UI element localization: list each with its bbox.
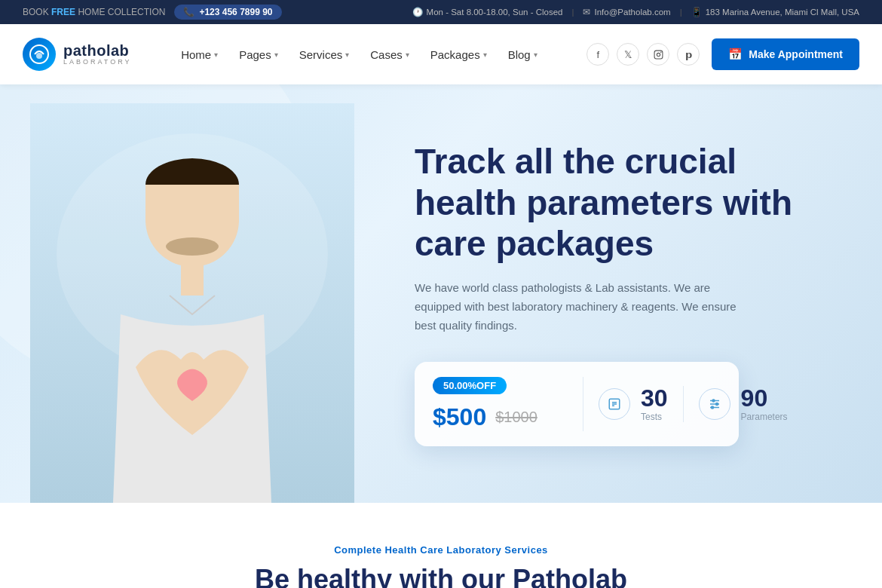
svg-point-23: [712, 400, 715, 402]
location-icon: 📱: [691, 7, 702, 17]
package-old-price: $1000: [495, 409, 537, 426]
package-badge: 50.00%OFF: [433, 377, 507, 394]
book-label: BOOK FREE HOME COLLECTION: [23, 7, 165, 17]
section-subtitle: Complete Health Care Laboratory Services: [23, 544, 859, 556]
svg-point-4: [660, 51, 662, 53]
svg-rect-13: [145, 185, 239, 222]
twitter-icon[interactable]: 𝕏: [617, 43, 639, 66]
parameters-number: 90: [741, 386, 788, 410]
hero-content: Track all the crucial health parameters …: [400, 96, 882, 491]
package-price-section: 50.00%OFF $500 $1000: [433, 377, 583, 431]
svg-point-25: [711, 406, 713, 409]
package-tests-stat: 30 Tests: [583, 386, 684, 422]
svg-point-24: [715, 403, 718, 405]
hero-description: We have world class pathologists & Lab a…: [415, 279, 739, 335]
parameters-icon: [699, 388, 730, 420]
top-bar-left: BOOK FREE HOME COLLECTION 📞 +123 456 789…: [23, 5, 282, 20]
svg-point-14: [166, 237, 219, 256]
phone-icon: 📞: [183, 7, 194, 17]
top-bar-right: 🕐 Mon - Sat 8.00-18.00, Sun - Closed | ✉…: [412, 7, 859, 17]
logo-text: patholab LABORATORY: [63, 42, 132, 66]
chevron-down-icon: ▾: [406, 51, 409, 59]
package-tests-info: 30 Tests: [641, 386, 668, 422]
logo-icon: [23, 38, 56, 71]
parameters-label: Parameters: [741, 412, 788, 422]
facebook-icon[interactable]: f: [586, 43, 609, 66]
hero-title: Track all the crucial health parameters …: [415, 141, 837, 264]
separator-1: |: [571, 8, 574, 17]
make-appointment-button[interactable]: 📅 Make Appointment: [712, 38, 859, 70]
hero-section: µ: [0, 84, 882, 503]
tests-icon: [599, 388, 630, 420]
address-info: 📱 183 Marina Avenue, Miami Cl Mall, USA: [691, 7, 859, 17]
nav-pages[interactable]: Pages ▾: [239, 48, 278, 61]
svg-point-1: [36, 53, 42, 59]
chevron-down-icon: ▾: [214, 51, 218, 59]
chevron-down-icon: ▾: [483, 51, 487, 59]
section-title: Be healthy with our Patholab health: [253, 563, 629, 588]
package-parameters-info: 90 Parameters: [741, 386, 788, 422]
tests-number: 30: [641, 386, 668, 410]
logo[interactable]: patholab LABORATORY: [23, 38, 132, 71]
calendar-icon: 📅: [728, 47, 743, 61]
chevron-down-icon: ▾: [274, 51, 278, 59]
package-parameters-stat: 90 Parameters: [684, 386, 803, 422]
nav-home[interactable]: Home ▾: [181, 48, 218, 61]
clock-icon: 🕐: [412, 7, 423, 17]
tests-label: Tests: [641, 412, 668, 422]
nav-blog[interactable]: Blog ▾: [508, 48, 537, 61]
pinterest-icon[interactable]: 𝗽: [677, 43, 700, 66]
email-icon: ✉: [583, 7, 590, 17]
nav-cases[interactable]: Cases ▾: [370, 48, 409, 61]
chevron-down-icon: ▾: [534, 51, 537, 59]
package-card: 50.00%OFF $500 $1000 30 Te: [415, 362, 739, 446]
email-info: ✉ Info@Patholab.com: [583, 7, 670, 17]
package-current-price: $500: [433, 403, 486, 431]
phone-number[interactable]: 📞 +123 456 7899 90: [174, 5, 281, 20]
hero-image-area: µ: [0, 84, 400, 503]
hero-person-image: [30, 103, 354, 503]
nav-right: f 𝕏 𝗽 📅 Make Appointment: [586, 38, 859, 70]
separator-2: |: [680, 8, 682, 17]
below-hero-section: Complete Health Care Laboratory Services…: [0, 503, 882, 588]
instagram-icon[interactable]: [647, 43, 669, 66]
package-price: $500 $1000: [433, 403, 568, 431]
nav-packages[interactable]: Packages ▾: [430, 48, 487, 61]
social-icons: f 𝕏 𝗽: [586, 43, 700, 66]
top-bar: BOOK FREE HOME COLLECTION 📞 +123 456 789…: [0, 0, 882, 24]
nav-links: Home ▾ Pages ▾ Services ▾ Cases ▾ Packag…: [181, 48, 537, 61]
nav-services[interactable]: Services ▾: [299, 48, 350, 61]
svg-point-3: [657, 53, 660, 56]
chevron-down-icon: ▾: [345, 51, 349, 59]
svg-rect-15: [181, 265, 204, 296]
navbar: patholab LABORATORY Home ▾ Pages ▾ Servi…: [0, 24, 882, 84]
hours-info: 🕐 Mon - Sat 8.00-18.00, Sun - Closed: [412, 7, 563, 17]
